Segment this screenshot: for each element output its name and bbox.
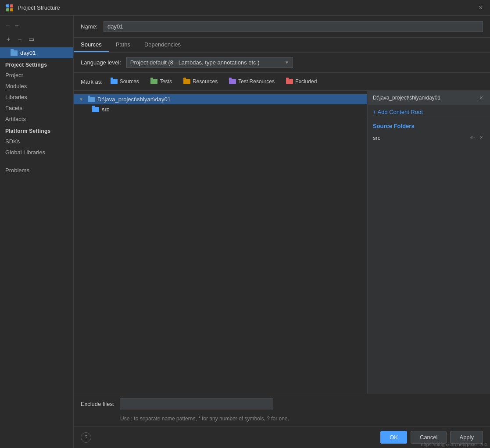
right-panel-path: D:\java_project\shiyan\day01 [373,95,478,101]
add-content-root-label: + Add Content Root [373,109,423,115]
remove-button[interactable]: − [15,34,25,44]
chevron-down-icon: ▼ [285,60,289,65]
platform-settings-header: Platform Settings [0,124,73,136]
test-resources-folder-icon [229,79,236,84]
module-item-label: day01 [20,50,36,56]
content-area: Name: Sources Paths Dependencies Languag… [74,16,490,448]
ok-button[interactable]: OK [380,431,407,444]
source-folders-section: Source Folders src ✏ × [368,119,490,146]
name-input[interactable] [104,21,483,32]
mark-test-resources-button[interactable]: Test Resources [225,77,278,86]
tree-src-folder-icon [92,107,99,112]
mark-tests-button[interactable]: Tests [147,77,175,86]
mark-tests-label: Tests [160,78,172,85]
mark-resources-button[interactable]: Resources [180,77,221,86]
sidebar: ← → + − ▭ day01 Project Settings Project… [0,16,74,448]
edit-source-folder-button[interactable]: ✏ [469,134,476,141]
mark-as-label: Mark as: [81,78,103,85]
svg-rect-1 [10,4,13,7]
watermark: https://blog.csdn.net/gakki_200 [418,441,490,448]
tabs-bar: Sources Paths Dependencies [74,38,490,53]
window-title: Project Structure [18,4,60,11]
sidebar-item-facets[interactable]: Facets [0,103,73,114]
mark-sources-button[interactable]: Sources [107,77,143,86]
sidebar-item-libraries[interactable]: Libraries [0,92,73,103]
copy-button[interactable]: ▭ [26,34,36,44]
remove-source-folder-button[interactable]: × [478,134,485,141]
exclude-label: Exclude files: [81,401,114,407]
main-layout: ← → + − ▭ day01 Project Settings Project… [0,16,490,448]
project-settings-header: Project Settings [0,58,73,70]
language-level-row: Language level: Project default (8 - Lam… [74,53,490,73]
tree-item-src[interactable]: src [74,104,367,114]
right-panel-header: D:\java_project\shiyan\day01 × [368,91,490,105]
right-panel: D:\java_project\shiyan\day01 × + Add Con… [367,91,490,394]
resources-folder-icon [183,79,190,84]
close-button[interactable]: × [477,4,485,12]
mark-excluded-label: Excluded [295,78,317,85]
mark-excluded-button[interactable]: Excluded [283,77,320,86]
excluded-folder-icon [286,79,293,84]
source-folder-item-src: src ✏ × [373,133,485,142]
tree-src-label: src [102,106,109,113]
language-select-value: Project default (8 - Lambdas, type annot… [130,59,281,66]
mark-resources-label: Resources [193,78,218,85]
tree-expand-icon: ▼ [79,97,85,102]
file-tree-area: ▼ D:\java_project\shiyan\day01 src D:\ja… [74,91,490,394]
language-label: Language level: [81,59,121,66]
tab-dependencies[interactable]: Dependencies [137,38,188,52]
file-tree: ▼ D:\java_project\shiyan\day01 src [74,91,367,394]
name-label: Name: [81,23,98,30]
right-panel-close-button[interactable]: × [478,94,485,101]
sidebar-toolbar: + − ▭ [0,34,73,47]
sidebar-item-project[interactable]: Project [0,70,73,81]
forward-button[interactable]: → [12,21,21,30]
tab-sources[interactable]: Sources [74,38,109,52]
mark-test-resources-label: Test Resources [238,78,275,85]
source-folder-actions: ✏ × [469,134,485,141]
tests-folder-icon [150,79,157,84]
sources-folder-icon [111,79,118,84]
svg-rect-2 [6,8,9,11]
exclude-row: Exclude files: [74,394,490,414]
exclude-hint: Use ; to separate name patterns, * for a… [74,414,490,426]
svg-rect-3 [10,8,13,11]
sidebar-item-sdks[interactable]: SDKs [0,136,73,147]
add-button[interactable]: + [4,34,13,44]
sidebar-item-artifacts[interactable]: Artifacts [0,114,73,124]
sidebar-item-global-libraries[interactable]: Global Libraries [0,147,73,158]
help-button[interactable]: ? [81,432,91,443]
module-item-day01[interactable]: day01 [0,47,73,58]
tree-item-root[interactable]: ▼ D:\java_project\shiyan\day01 [74,94,367,104]
tree-folder-icon [88,97,95,102]
module-folder-icon [11,50,18,56]
problems-section: Problems [0,165,73,176]
app-icon [5,4,14,12]
sidebar-nav: ← → [0,19,73,32]
title-bar: Project Structure × [0,0,490,16]
source-folders-title: Source Folders [373,123,485,129]
source-folder-name: src [373,135,466,141]
name-row: Name: [74,16,490,38]
sidebar-item-modules[interactable]: Modules [0,81,73,92]
language-select[interactable]: Project default (8 - Lambdas, type annot… [126,57,293,68]
exclude-input[interactable] [120,398,273,409]
tree-root-label: D:\java_project\shiyan\day01 [97,96,171,103]
mark-as-row: Mark as: Sources Tests Resources Test Re… [74,73,490,91]
mark-sources-label: Sources [120,78,139,85]
back-button[interactable]: ← [4,21,12,30]
add-content-root-button[interactable]: + Add Content Root [368,105,490,119]
svg-rect-0 [6,4,9,7]
sidebar-item-problems[interactable]: Problems [0,165,73,176]
tab-paths[interactable]: Paths [109,38,137,52]
